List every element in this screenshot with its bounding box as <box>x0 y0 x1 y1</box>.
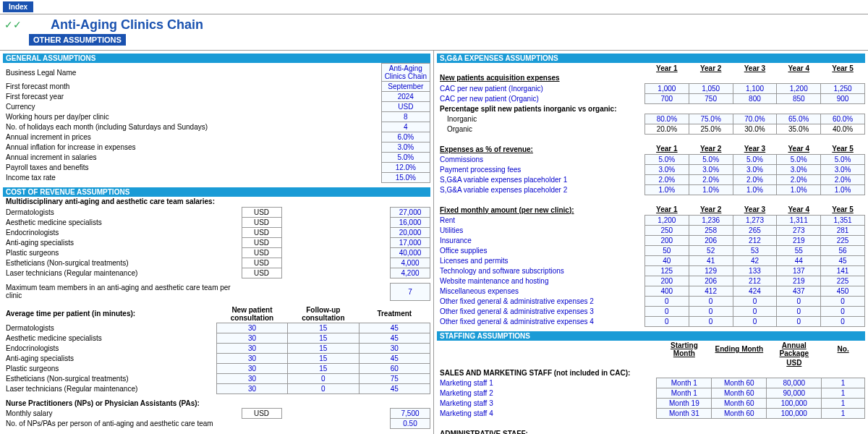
fixed-val[interactable]: 206 <box>689 235 733 245</box>
inorg-val[interactable]: 70.0% <box>733 114 777 124</box>
salary-value[interactable]: 40,000 <box>391 247 430 258</box>
fixed-val[interactable]: 56 <box>821 245 865 255</box>
salary-value[interactable]: 4,000 <box>391 258 430 268</box>
fixed-val[interactable]: 0 <box>733 306 777 316</box>
sm-start[interactable]: Month 1 <box>657 388 712 399</box>
exp-pct-val[interactable]: 5.0% <box>821 154 865 164</box>
ga-value[interactable]: 2024 <box>381 92 430 102</box>
cac-inorg-val[interactable]: 1,250 <box>821 83 865 93</box>
fixed-val[interactable]: 0 <box>777 316 821 326</box>
salary-value[interactable]: 17,000 <box>391 237 430 247</box>
exp-pct-val[interactable]: 3.0% <box>821 164 865 174</box>
exp-pct-val[interactable]: 3.0% <box>689 164 733 174</box>
sm-start[interactable]: Month 1 <box>657 378 712 388</box>
fixed-val[interactable]: 225 <box>821 276 865 286</box>
exp-pct-val[interactable]: 3.0% <box>733 164 777 174</box>
fixed-val[interactable]: 0 <box>733 316 777 326</box>
time-follow[interactable]: 0 <box>288 373 359 383</box>
ga-value[interactable]: September <box>381 82 430 92</box>
time-new[interactable]: 30 <box>216 323 287 333</box>
inorg-val[interactable]: 65.0% <box>777 114 821 124</box>
time-treat[interactable]: 75 <box>359 373 430 383</box>
fixed-val[interactable]: 0 <box>644 296 689 306</box>
exp-pct-val[interactable]: 5.0% <box>733 154 777 164</box>
fixed-val[interactable]: 0 <box>821 296 865 306</box>
fixed-val[interactable]: 212 <box>733 276 777 286</box>
fixed-val[interactable]: 412 <box>689 286 733 296</box>
exp-pct-val[interactable]: 1.0% <box>777 184 821 195</box>
index-button[interactable]: Index <box>3 1 33 12</box>
fixed-val[interactable]: 450 <box>821 286 865 296</box>
fixed-val[interactable]: 400 <box>644 286 689 296</box>
cac-inorg-val[interactable]: 1,000 <box>644 83 689 93</box>
time-follow[interactable]: 15 <box>288 333 359 343</box>
inorg-val[interactable]: 80.0% <box>644 114 689 124</box>
time-follow[interactable]: 15 <box>288 363 359 373</box>
fixed-val[interactable]: 0 <box>821 306 865 316</box>
ga-value[interactable]: 5.0% <box>381 153 430 163</box>
time-new[interactable]: 30 <box>216 353 287 363</box>
time-treat[interactable]: 45 <box>359 353 430 363</box>
fixed-val[interactable]: 0 <box>689 316 733 326</box>
exp-pct-val[interactable]: 3.0% <box>644 164 689 174</box>
ga-value[interactable]: 3.0% <box>381 142 430 153</box>
ga-value[interactable]: 6.0% <box>381 132 430 142</box>
salary-value[interactable]: 27,000 <box>391 207 430 217</box>
fixed-val[interactable]: 40 <box>644 255 689 265</box>
time-treat[interactable]: 45 <box>359 383 430 393</box>
exp-pct-val[interactable]: 1.0% <box>821 184 865 195</box>
fixed-val[interactable]: 281 <box>821 225 865 235</box>
salary-value[interactable]: 4,200 <box>391 268 430 278</box>
sm-end[interactable]: Month 60 <box>712 378 767 388</box>
exp-pct-val[interactable]: 2.0% <box>777 174 821 184</box>
exp-pct-val[interactable]: 1.0% <box>644 184 689 195</box>
ga-value[interactable]: 12.0% <box>381 163 430 173</box>
exp-pct-val[interactable]: 1.0% <box>733 184 777 195</box>
fixed-val[interactable]: 250 <box>644 225 689 235</box>
time-treat[interactable]: 45 <box>359 323 430 333</box>
ga-value[interactable]: 8 <box>381 112 430 122</box>
cac-inorg-val[interactable]: 1,200 <box>777 83 821 93</box>
time-new[interactable]: 30 <box>216 373 287 383</box>
cac-inorg-val[interactable]: 1,100 <box>733 83 777 93</box>
exp-pct-val[interactable]: 5.0% <box>777 154 821 164</box>
sm-pkg[interactable]: 80,000 <box>767 378 822 388</box>
fixed-val[interactable]: 44 <box>777 255 821 265</box>
exp-pct-val[interactable]: 2.0% <box>821 174 865 184</box>
ga-value[interactable]: USD <box>381 102 430 112</box>
fixed-val[interactable]: 129 <box>689 265 733 276</box>
sm-end[interactable]: Month 60 <box>712 399 767 409</box>
fixed-val[interactable]: 141 <box>821 265 865 276</box>
time-new[interactable]: 30 <box>216 363 287 373</box>
fixed-val[interactable]: 212 <box>733 235 777 245</box>
ga-value[interactable]: 4 <box>381 122 430 132</box>
fixed-val[interactable]: 52 <box>689 245 733 255</box>
cac-inorg-val[interactable]: 1,050 <box>689 83 733 93</box>
time-new[interactable]: 30 <box>216 333 287 343</box>
fixed-val[interactable]: 219 <box>777 276 821 286</box>
sm-pkg[interactable]: 90,000 <box>767 388 822 399</box>
fixed-val[interactable]: 200 <box>644 235 689 245</box>
np-salary[interactable]: 7,500 <box>391 409 430 419</box>
time-treat[interactable]: 45 <box>359 333 430 343</box>
fixed-val[interactable]: 206 <box>689 276 733 286</box>
fixed-val[interactable]: 45 <box>821 255 865 265</box>
time-new[interactable]: 30 <box>216 343 287 353</box>
np-ratio[interactable]: 0.50 <box>391 419 430 429</box>
exp-pct-val[interactable]: 5.0% <box>689 154 733 164</box>
fixed-val[interactable]: 137 <box>777 265 821 276</box>
fixed-val[interactable]: 437 <box>777 286 821 296</box>
fixed-val[interactable]: 1,200 <box>644 215 689 225</box>
salary-value[interactable]: 20,000 <box>391 227 430 237</box>
fixed-val[interactable]: 1,351 <box>821 215 865 225</box>
cac-org-val[interactable]: 850 <box>777 93 821 103</box>
ga-value[interactable]: 15.0% <box>381 173 430 183</box>
fixed-val[interactable]: 133 <box>733 265 777 276</box>
time-follow[interactable]: 15 <box>288 353 359 363</box>
max-team-value[interactable]: 7 <box>391 283 430 300</box>
cac-org-val[interactable]: 900 <box>821 93 865 103</box>
fixed-val[interactable]: 0 <box>689 296 733 306</box>
sm-no[interactable]: 1 <box>822 409 865 419</box>
fixed-val[interactable]: 0 <box>689 306 733 316</box>
fixed-val[interactable]: 1,311 <box>777 215 821 225</box>
